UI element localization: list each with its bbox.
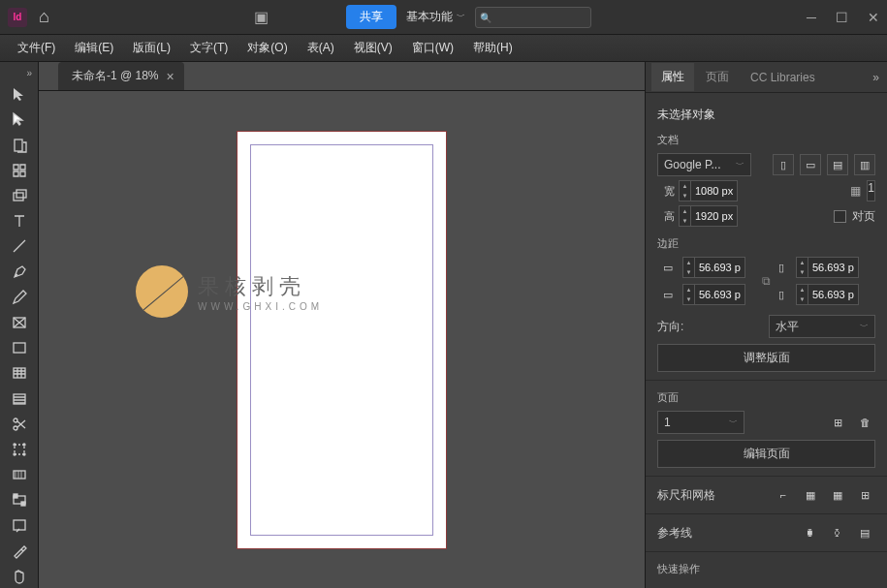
page-number-dropdown[interactable]: 1﹀ [657,411,744,434]
direct-selection-tool[interactable] [6,108,33,131]
doc-section-label: 文档 [657,133,875,147]
adjust-layout-button[interactable]: 调整版面 [657,344,875,372]
menu-edit[interactable]: 编辑(E) [65,36,123,60]
svg-rect-9 [15,445,24,454]
panel-collapse-icon[interactable]: » [865,67,887,88]
rectangle-frame-tool[interactable] [6,311,33,334]
search-input[interactable] [475,7,591,28]
svg-rect-4 [14,343,25,353]
tab-close-icon[interactable]: × [167,69,174,84]
svg-rect-16 [14,494,17,498]
orientation-dropdown[interactable]: 水平﹀ [769,315,875,338]
canvas-area[interactable]: 果核剥壳 WWW.GHXI.COM [39,91,645,588]
svg-rect-1 [14,193,23,201]
menu-object[interactable]: 对象(O) [238,36,297,60]
pages-icon: ▦ [850,184,861,198]
guide-icon-1[interactable]: ⧯ [800,522,821,543]
svg-rect-5 [14,368,25,378]
facing-pages-checkbox[interactable] [834,210,846,223]
home-button[interactable]: ⌂ [39,7,49,27]
preset-dropdown[interactable]: Google P...﹀ [657,153,751,176]
selection-tool[interactable] [6,82,33,106]
svg-point-11 [23,444,25,446]
margin-bottom-icon: ▭ [657,284,679,305]
svg-point-12 [14,453,16,455]
ruler-icon-1[interactable]: ⌐ [773,484,794,506]
width-input[interactable]: ▲▼ 1080 px [679,180,738,201]
tab-cc-libraries[interactable]: CC Libraries [741,65,825,90]
note-tool[interactable] [6,513,33,537]
gradient-feather-tool[interactable] [6,488,33,511]
guide-icon-3[interactable]: ▤ [854,522,875,543]
tools-panel: » [0,62,39,588]
margin-bottom-input[interactable]: ▲▼56.693 p [682,284,745,305]
svg-rect-0 [15,139,22,151]
height-label: 高 [657,209,675,224]
pencil-tool[interactable] [6,286,33,309]
properties-panel: 属性 页面 CC Libraries » 未选择对象 文档 Google P..… [645,62,887,588]
gap-tool[interactable] [6,159,33,182]
horizontal-grid-tool[interactable] [6,387,33,410]
minimize-button[interactable]: ─ [807,10,816,25]
page-tool[interactable] [6,133,33,156]
maximize-button[interactable]: ☐ [836,10,848,25]
menu-help[interactable]: 帮助(H) [463,36,523,60]
line-tool[interactable] [6,234,33,258]
grid-frame-tool[interactable] [6,361,33,385]
delete-page-icon[interactable]: 🗑 [854,412,875,433]
orientation-landscape-button[interactable]: ▭ [800,154,821,175]
svg-point-10 [14,444,16,446]
cloud-doc-icon[interactable]: ▣ [254,8,269,26]
eyedropper-tool[interactable] [6,540,33,563]
margin-left-input[interactable]: ▲▼56.693 p [796,257,859,278]
margin-right-icon: ▯ [771,284,792,305]
watermark-logo [136,265,188,318]
pen-tool[interactable] [6,260,33,283]
page [238,132,446,548]
rulers-section-label: 标尺和网格 [657,487,715,504]
share-button[interactable]: 共享 [346,5,396,29]
guide-icon-2[interactable]: ⧲ [827,522,848,543]
close-button[interactable]: ✕ [868,10,879,25]
gradient-swatch-tool[interactable] [6,463,33,486]
link-margins-icon[interactable]: ⧉ [762,274,771,288]
margin-left-icon: ▯ [771,257,792,278]
free-transform-tool[interactable] [6,438,33,461]
chevron-down-icon: ﹀ [457,11,465,23]
orientation-portrait-button[interactable]: ▯ [773,154,794,175]
content-collector-tool[interactable] [6,184,33,207]
hand-tool[interactable] [6,565,33,588]
menu-layout[interactable]: 版面(L) [123,36,180,60]
ruler-icon-4[interactable]: ⊞ [854,484,875,506]
scissors-tool[interactable] [6,413,33,436]
tab-pages[interactable]: 页面 [696,63,739,91]
page-binding-right-button[interactable]: ▥ [854,154,875,175]
menu-type[interactable]: 文字(T) [180,36,238,60]
svg-point-13 [23,453,25,455]
svg-rect-2 [16,190,26,198]
document-tab[interactable]: 未命名-1 @ 18% × [58,62,184,90]
menu-bar: 文件(F) 编辑(E) 版面(L) 文字(T) 对象(O) 表(A) 视图(V)… [0,35,887,62]
margin-top-input[interactable]: ▲▼56.693 p [682,257,745,278]
new-page-icon[interactable]: ⊞ [827,412,848,433]
quick-actions-label: 快速操作 [657,562,875,576]
height-input[interactable]: ▲▼ 1920 px [679,205,738,227]
page-margins-guide [250,144,433,536]
tab-properties[interactable]: 属性 [651,63,694,91]
menu-window[interactable]: 窗口(W) [402,36,463,60]
pages-section-label: 页面 [657,390,875,405]
pages-count-input[interactable]: 1 [867,180,875,201]
menu-file[interactable]: 文件(F) [8,36,65,60]
tools-expand-icon[interactable]: » [24,66,34,80]
svg-rect-17 [21,502,25,506]
menu-view[interactable]: 视图(V) [344,36,402,60]
workspace-switcher[interactable]: 基本功能 ﹀ [406,9,465,25]
menu-table[interactable]: 表(A) [298,36,344,60]
page-binding-left-button[interactable]: ▤ [827,154,848,175]
margin-right-input[interactable]: ▲▼56.693 p [796,284,859,305]
type-tool[interactable] [6,209,33,232]
edit-pages-button[interactable]: 编辑页面 [657,440,875,468]
ruler-icon-3[interactable]: ▦ [827,484,848,506]
ruler-icon-2[interactable]: ▦ [800,484,821,506]
rectangle-tool[interactable] [6,336,33,359]
